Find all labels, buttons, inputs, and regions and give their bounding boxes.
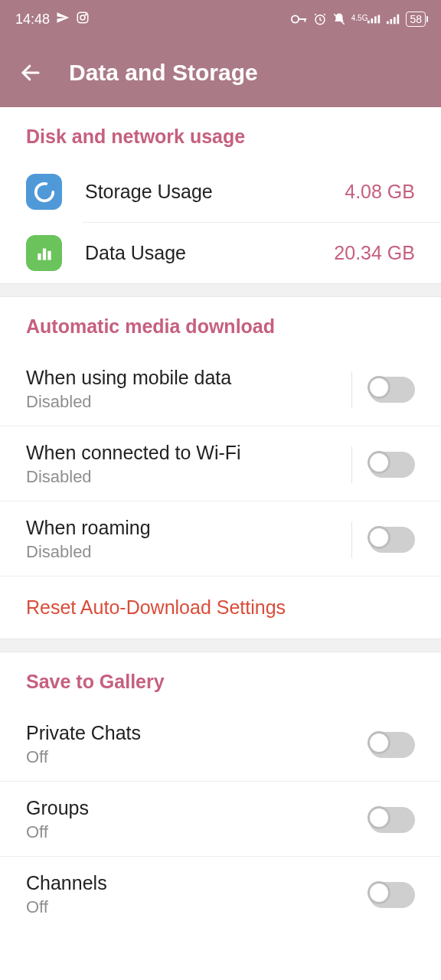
svg-rect-14 [394,17,396,24]
svg-rect-9 [371,18,374,23]
svg-rect-5 [304,18,305,22]
private-chats-title: Private Chats [26,722,141,744]
instagram-icon [76,11,90,28]
svg-point-2 [85,14,87,15]
section-gap [0,639,441,652]
svg-rect-11 [378,15,381,24]
mobile-data-row[interactable]: When using mobile data Disabled [0,351,441,426]
channels-row[interactable]: Channels Off [0,857,441,931]
groups-toggle[interactable] [369,807,415,833]
wifi-row[interactable]: When connected to Wi-Fi Disabled [0,426,441,501]
svg-rect-15 [397,15,400,24]
groups-sub: Off [26,822,89,842]
channels-sub: Off [26,897,107,917]
telegram-icon [56,11,70,28]
auto-section: Automatic media download When using mobi… [0,297,441,639]
disk-section: Disk and network usage Storage Usage 4.0… [0,107,441,283]
private-chats-sub: Off [26,747,141,767]
status-bar: 14:48 4.5G 58 [0,0,441,38]
data-usage-row[interactable]: Data Usage 20.34 GB [0,223,441,283]
key-icon [291,14,308,24]
section-gap [0,283,441,297]
private-chats-row[interactable]: Private Chats Off [0,707,441,782]
groups-title: Groups [26,797,89,819]
storage-value: 4.08 GB [345,181,415,203]
auto-section-header: Automatic media download [0,297,441,351]
signal-icon [387,14,400,24]
wifi-toggle[interactable] [369,452,415,478]
toggle-separator [351,446,352,483]
private-chats-toggle[interactable] [369,732,415,758]
mobile-data-title: When using mobile data [26,367,231,389]
svg-rect-20 [47,250,51,260]
svg-rect-18 [38,253,41,260]
wifi-title: When connected to Wi-Fi [26,442,241,464]
page-title: Data and Storage [69,60,258,86]
battery-icon: 58 [406,11,426,27]
roaming-toggle[interactable] [369,527,415,553]
status-right: 4.5G 58 [291,11,426,27]
svg-rect-19 [42,248,45,260]
svg-rect-10 [374,16,377,23]
reset-auto-download[interactable]: Reset Auto-Download Settings [0,577,441,639]
svg-rect-12 [387,21,389,24]
status-left: 14:48 [15,11,90,28]
svg-point-3 [292,15,299,22]
mobile-data-sub: Disabled [26,392,231,412]
channels-title: Channels [26,872,107,894]
roaming-row[interactable]: When roaming Disabled [0,501,441,577]
disk-section-header: Disk and network usage [0,107,441,162]
channels-toggle[interactable] [369,882,415,908]
roaming-title: When roaming [26,517,151,539]
toggle-separator [351,521,352,558]
wifi-sub: Disabled [26,467,241,487]
gallery-section-header: Save to Gallery [0,652,441,707]
status-time: 14:48 [15,11,50,28]
back-button[interactable] [15,57,46,88]
data-label: Data Usage [85,242,186,264]
svg-point-17 [35,183,53,201]
signal-4g-icon: 4.5G [351,15,382,24]
storage-usage-row[interactable]: Storage Usage 4.08 GB [0,162,441,222]
mute-icon [332,12,346,26]
mobile-data-toggle[interactable] [369,377,415,403]
svg-rect-8 [368,21,370,24]
storage-icon [26,174,62,210]
svg-rect-13 [390,19,393,24]
toggle-separator [351,371,352,408]
data-value: 20.34 GB [334,242,415,264]
roaming-sub: Disabled [26,542,151,562]
header: Data and Storage [0,38,441,107]
storage-label: Storage Usage [85,181,213,203]
alarm-icon [313,12,327,26]
svg-point-1 [80,15,85,20]
groups-row[interactable]: Groups Off [0,782,441,857]
data-icon [26,235,62,271]
gallery-section: Save to Gallery Private Chats Off Groups… [0,652,441,931]
